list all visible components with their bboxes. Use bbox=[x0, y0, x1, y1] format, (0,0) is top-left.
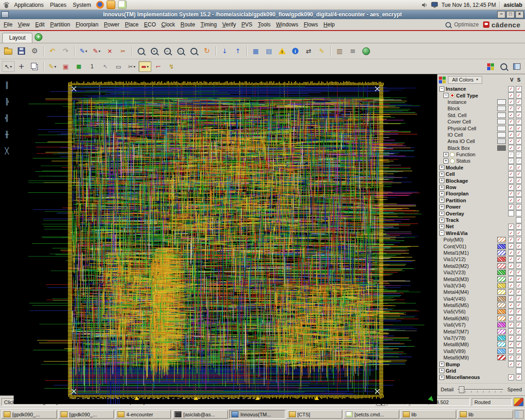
selectable-checkbox[interactable]: ✓ bbox=[516, 270, 522, 276]
firefox-launcher-icon[interactable] bbox=[96, 1, 104, 9]
selectable-checkbox[interactable]: ✓ bbox=[516, 158, 522, 164]
layer-row[interactable]: Via5(V56)✓✓ bbox=[438, 308, 524, 315]
layer-row[interactable]: +Miscellaneous✓✓ bbox=[438, 374, 524, 380]
edit-shape-button[interactable]: ✎▾ bbox=[90, 46, 103, 56]
selectable-checkbox[interactable]: ✓ bbox=[516, 276, 522, 282]
layer-row[interactable]: Metal7(M7)✓✓ bbox=[438, 328, 524, 334]
taskbar-item[interactable]: lib bbox=[401, 410, 456, 419]
selectable-checkbox[interactable]: ✓ bbox=[516, 171, 522, 177]
visible-checkbox[interactable]: ✓ bbox=[508, 276, 514, 282]
selectable-checkbox[interactable]: ✓ bbox=[516, 322, 522, 328]
all-colors-dropdown[interactable]: All Colors ▾ bbox=[448, 76, 482, 84]
selectable-checkbox[interactable]: ✓ bbox=[516, 355, 522, 361]
visible-checkbox[interactable]: ✓ bbox=[508, 296, 514, 302]
taskbar-item[interactable]: Innovus(TM... bbox=[229, 410, 285, 419]
layer-row[interactable]: Via7(V78)✓✓ bbox=[438, 335, 524, 341]
edit-wire-dropdown-icon[interactable]: ▾ bbox=[85, 49, 87, 53]
layer-row[interactable]: +Bump✓✓ bbox=[438, 361, 524, 367]
visible-checkbox[interactable]: ✓ bbox=[508, 191, 514, 197]
visible-checkbox[interactable]: ✓ bbox=[508, 256, 514, 262]
visible-checkbox[interactable]: ✓ bbox=[508, 309, 514, 315]
pin-align-button[interactable]: ╫ bbox=[2, 130, 12, 139]
visible-checkbox[interactable]: ✓ bbox=[508, 112, 514, 118]
zoom-out-button[interactable]: − bbox=[161, 46, 174, 56]
visible-checkbox[interactable]: ✓ bbox=[508, 152, 514, 158]
menu-item-pvs[interactable]: PVS bbox=[239, 20, 255, 29]
visible-checkbox[interactable]: ✓ bbox=[508, 204, 514, 210]
layer-row[interactable]: +Row✓✓ bbox=[438, 184, 524, 190]
expander-icon[interactable]: + bbox=[439, 165, 444, 170]
menu-item-partition[interactable]: Partition bbox=[47, 20, 73, 29]
selectable-checkbox[interactable] bbox=[516, 368, 522, 374]
window-icon[interactable] bbox=[1, 11, 9, 18]
user-name[interactable]: asiclab bbox=[504, 2, 522, 8]
design-up-button[interactable]: ↑ bbox=[232, 46, 244, 56]
visible-checkbox[interactable]: ✓ bbox=[508, 99, 514, 105]
menu-item-verify[interactable]: Verify bbox=[220, 20, 239, 29]
menu-item-floorplan[interactable]: Floorplan bbox=[73, 20, 101, 29]
layer-row[interactable]: Cover Cell✓✓ bbox=[438, 118, 524, 125]
visible-checkbox[interactable]: ✓ bbox=[508, 145, 514, 151]
expander-icon[interactable]: − bbox=[439, 230, 444, 236]
layer-row[interactable]: Via1(V12)✓✓ bbox=[438, 256, 524, 262]
layer-row[interactable]: Black Box✓✓ bbox=[438, 145, 524, 151]
colors-grid-icon[interactable] bbox=[439, 77, 446, 83]
visible-checkbox[interactable] bbox=[508, 210, 514, 216]
window-titlebar[interactable]: Innovus(TM) Implementation System 15.2 -… bbox=[0, 10, 525, 19]
taskbar-item[interactable]: [CTS] bbox=[287, 410, 342, 419]
selectable-checkbox[interactable]: ✓ bbox=[516, 132, 522, 138]
visible-checkbox[interactable]: ✓ bbox=[508, 164, 514, 170]
visible-checkbox[interactable]: ✓ bbox=[508, 237, 514, 243]
selectable-checkbox[interactable] bbox=[516, 217, 522, 223]
visible-checkbox[interactable]: ✓ bbox=[508, 355, 514, 361]
selectable-checkbox[interactable]: ✓ bbox=[516, 296, 522, 302]
selectable-checkbox[interactable]: ✓ bbox=[516, 243, 522, 249]
visible-checkbox[interactable]: ✓ bbox=[508, 361, 514, 367]
layer-row[interactable]: Metal5(M5)✓✓ bbox=[438, 302, 524, 308]
gnome-foot-icon[interactable] bbox=[3, 1, 10, 9]
selectable-checkbox[interactable]: ✓ bbox=[516, 309, 522, 315]
layer-row[interactable]: Via3(V34)✓✓ bbox=[438, 282, 524, 289]
expander-icon[interactable]: + bbox=[439, 205, 444, 210]
selectable-checkbox[interactable]: ✓ bbox=[516, 342, 522, 348]
selectable-checkbox[interactable]: ✓ bbox=[516, 361, 522, 367]
layer-row[interactable]: Metal2(M2)✓✓ bbox=[438, 263, 524, 269]
expander-icon[interactable]: + bbox=[439, 218, 444, 223]
visible-checkbox[interactable]: ✓ bbox=[508, 138, 514, 144]
visible-checkbox[interactable]: ✓ bbox=[508, 158, 514, 164]
taskbar-item[interactable]: [setcts.cmd... bbox=[344, 410, 399, 419]
minimize-button[interactable]: – bbox=[497, 11, 505, 18]
layer-row[interactable]: Physical Cell✓✓ bbox=[438, 125, 524, 131]
panel-menu-applications[interactable]: Applications bbox=[11, 1, 47, 9]
layer-row[interactable]: +Cell✓✓ bbox=[438, 171, 524, 177]
selectable-checkbox[interactable]: ✓ bbox=[516, 191, 522, 197]
layer-row[interactable]: Via2(V23)✓✓ bbox=[438, 269, 524, 276]
add-tab-button[interactable]: + bbox=[35, 33, 42, 41]
visible-checkbox[interactable]: ✓ bbox=[508, 184, 514, 190]
visible-checkbox[interactable]: ✓ bbox=[508, 335, 514, 341]
layer-row[interactable]: +Partition✓✓ bbox=[438, 197, 524, 204]
display-icon[interactable] bbox=[431, 2, 438, 8]
layer-row[interactable]: Poly(M0)✓✓ bbox=[438, 236, 524, 243]
visible-checkbox[interactable]: ✓ bbox=[508, 92, 514, 98]
cutline-vertical-button[interactable]: ║ bbox=[2, 81, 12, 90]
open-design-button[interactable] bbox=[2, 46, 15, 56]
selectable-checkbox[interactable]: ✓ bbox=[516, 184, 522, 190]
menu-item-power[interactable]: Power bbox=[101, 20, 122, 29]
snapshot-button[interactable]: ▣ bbox=[59, 61, 72, 72]
selectable-checkbox[interactable]: ✓ bbox=[516, 106, 522, 112]
selectable-checkbox[interactable]: ✓ bbox=[516, 197, 522, 203]
edit-wire-button[interactable]: ✎▾ bbox=[77, 46, 90, 56]
expander-icon[interactable]: + bbox=[439, 368, 444, 373]
pick-tool-button[interactable]: ↖ bbox=[99, 61, 112, 72]
maximize-button[interactable]: □ bbox=[506, 11, 515, 18]
visible-checkbox[interactable]: ✓ bbox=[508, 224, 514, 230]
expander-icon[interactable]: + bbox=[439, 191, 444, 196]
panel-menu-system[interactable]: System bbox=[70, 1, 94, 9]
volume-icon[interactable] bbox=[421, 2, 427, 8]
selectable-checkbox[interactable]: ✓ bbox=[516, 145, 522, 151]
layer-row[interactable]: Metal1(M1)✓✓ bbox=[438, 250, 524, 256]
slider-thumb[interactable] bbox=[459, 386, 464, 393]
design-browser-button[interactable]: ▤ bbox=[262, 46, 275, 56]
clock[interactable]: Tue Nov 16, 12:45 PM bbox=[442, 2, 496, 8]
